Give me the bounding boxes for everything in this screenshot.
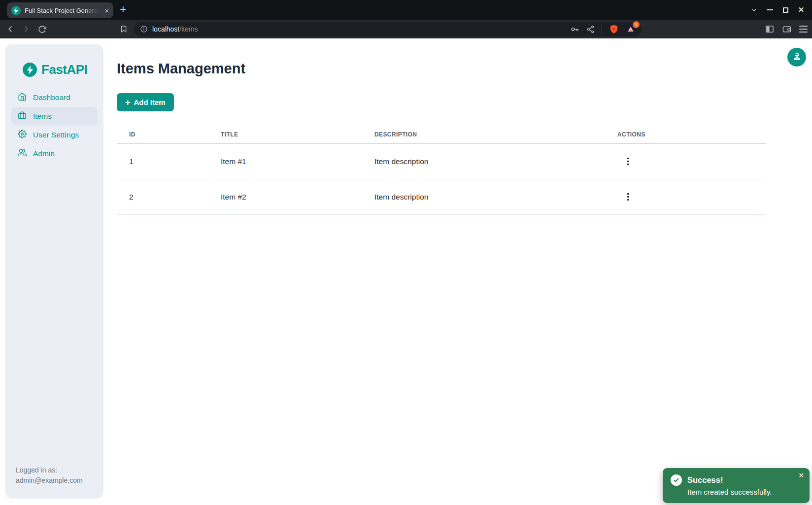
sidebar-item-label: Dashboard [33, 93, 70, 102]
toast-close-icon[interactable]: ✕ [798, 472, 804, 479]
brave-shield-icon[interactable] [609, 24, 619, 34]
gear-icon [18, 130, 27, 140]
plus-icon: + [125, 98, 131, 107]
toast-message: Item created successfully. [687, 488, 803, 496]
briefcase-icon [18, 111, 27, 122]
share-icon[interactable] [586, 25, 595, 34]
maximize-button[interactable] [778, 0, 793, 20]
logged-in-label: Logged in as: [16, 465, 83, 475]
back-button[interactable] [3, 22, 18, 36]
close-window-button[interactable]: ✕ [793, 0, 809, 20]
sidebar-item-user-settings[interactable]: User Settings [11, 126, 98, 144]
minimize-button[interactable] [762, 0, 778, 20]
cell-title: Item #2 [208, 193, 362, 202]
window-controls: ✕ [746, 0, 809, 20]
password-key-icon[interactable] [570, 25, 579, 34]
column-header-id: ID [117, 131, 208, 138]
user-avatar-button[interactable] [787, 48, 806, 67]
address-bar[interactable]: localhost/items 1 [134, 22, 642, 36]
cell-id: 2 [117, 193, 208, 202]
cell-description: Item description [362, 157, 605, 166]
sidebar-item-admin[interactable]: Admin [11, 144, 98, 163]
logged-in-info: Logged in as: admin@example.com [16, 465, 83, 486]
success-toast: Success! Item created successfully. ✕ [663, 468, 810, 503]
main-content: Items Management + Add Item ID TITLE DES… [117, 38, 812, 505]
url-host: localhost [152, 25, 179, 33]
table-header-row: ID TITLE DESCRIPTION ACTIONS [117, 126, 766, 144]
sidebar-item-label: User Settings [33, 131, 79, 139]
column-header-description: DESCRIPTION [362, 131, 605, 138]
fastapi-logo: FastAPI [5, 44, 103, 77]
table-row: 2 Item #2 Item description [117, 179, 766, 215]
home-icon [18, 92, 27, 103]
logged-in-email: admin@example.com [16, 475, 83, 486]
browser-tab-bar: Full Stack Project Genera × + ✕ [0, 0, 812, 20]
tab-close-icon[interactable]: × [104, 7, 109, 14]
toast-title: Success! [687, 475, 723, 485]
browser-tab[interactable]: Full Stack Project Genera × [7, 2, 113, 18]
forward-button[interactable] [19, 22, 34, 36]
sidebar-toggle-icon[interactable] [765, 24, 775, 34]
new-tab-button[interactable]: + [120, 3, 126, 15]
sidebar-item-dashboard[interactable]: Dashboard [11, 88, 98, 107]
tab-search-chevron-icon[interactable] [746, 0, 762, 20]
row-actions-kebab-icon[interactable] [621, 190, 635, 204]
menu-icon[interactable] [799, 26, 808, 33]
site-info-icon[interactable] [140, 25, 148, 33]
fastapi-favicon-icon [11, 6, 21, 15]
sidebar-item-items[interactable]: Items [11, 107, 98, 126]
url-text: localhost/items [152, 25, 198, 33]
rewards-badge: 1 [633, 21, 640, 28]
add-item-label: Add Item [134, 98, 166, 106]
sidebar-item-label: Admin [33, 149, 55, 158]
user-avatar-icon [792, 51, 802, 63]
items-table: ID TITLE DESCRIPTION ACTIONS 1 Item #1 I… [117, 126, 766, 215]
sidebar-item-label: Items [33, 112, 52, 121]
browser-toolbar: localhost/items 1 [0, 20, 812, 38]
users-icon [18, 148, 27, 159]
page-content: FastAPI Dashboard Items User Settings [0, 38, 812, 505]
wallet-icon[interactable] [782, 24, 792, 34]
fastapi-logo-icon [23, 63, 37, 77]
row-actions-kebab-icon[interactable] [621, 155, 635, 168]
sidebar-nav: Dashboard Items User Settings Admin [11, 88, 98, 163]
add-item-button[interactable]: + Add Item [117, 93, 174, 111]
cell-title: Item #1 [208, 157, 362, 166]
cell-description: Item description [362, 193, 605, 202]
url-path: /items [179, 25, 198, 33]
table-row: 1 Item #1 Item description [117, 144, 766, 179]
sidebar: FastAPI Dashboard Items User Settings [5, 44, 103, 499]
page-title: Items Management [117, 61, 245, 77]
tab-title: Full Stack Project Genera [25, 7, 101, 14]
brave-rewards-icon[interactable]: 1 [626, 24, 636, 34]
column-header-title: TITLE [208, 131, 362, 138]
column-header-actions: ACTIONS [605, 131, 766, 138]
cell-id: 1 [117, 157, 208, 166]
check-circle-icon [671, 474, 682, 486]
reload-button[interactable] [34, 22, 49, 36]
bookmark-icon[interactable] [116, 22, 131, 36]
toolbar-divider [602, 25, 602, 34]
logo-text: FastAPI [41, 62, 87, 77]
